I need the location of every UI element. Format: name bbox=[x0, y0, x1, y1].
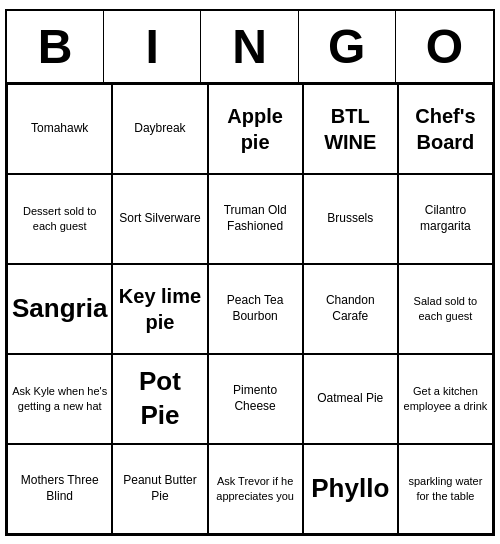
bingo-cell: sparkling water for the table bbox=[398, 444, 493, 534]
bingo-cell: BTL WINE bbox=[303, 84, 398, 174]
header-letter: B bbox=[7, 11, 104, 82]
bingo-cell: Pot Pie bbox=[112, 354, 207, 444]
bingo-cell: Sangria bbox=[7, 264, 112, 354]
bingo-cell: Mothers Three Blind bbox=[7, 444, 112, 534]
bingo-cell: Sort Silverware bbox=[112, 174, 207, 264]
bingo-cell: Brussels bbox=[303, 174, 398, 264]
bingo-cell: Get a kitchen employee a drink bbox=[398, 354, 493, 444]
bingo-cell: Salad sold to each guest bbox=[398, 264, 493, 354]
bingo-cell: Truman Old Fashioned bbox=[208, 174, 303, 264]
header-letter: N bbox=[201, 11, 298, 82]
bingo-cell: Chef's Board bbox=[398, 84, 493, 174]
bingo-cell: Oatmeal Pie bbox=[303, 354, 398, 444]
bingo-header: BINGO bbox=[7, 11, 493, 84]
bingo-cell: Ask Trevor if he appreciates you bbox=[208, 444, 303, 534]
bingo-cell: Tomahawk bbox=[7, 84, 112, 174]
bingo-card: BINGO TomahawkDaybreakApple pieBTL WINEC… bbox=[5, 9, 495, 536]
bingo-cell: Key lime pie bbox=[112, 264, 207, 354]
bingo-cell: Peanut Butter Pie bbox=[112, 444, 207, 534]
header-letter: I bbox=[104, 11, 201, 82]
bingo-cell: Cilantro margarita bbox=[398, 174, 493, 264]
bingo-cell: Dessert sold to each guest bbox=[7, 174, 112, 264]
bingo-cell: Phyllo bbox=[303, 444, 398, 534]
bingo-cell: Peach Tea Bourbon bbox=[208, 264, 303, 354]
header-letter: G bbox=[299, 11, 396, 82]
bingo-cell: Apple pie bbox=[208, 84, 303, 174]
bingo-grid: TomahawkDaybreakApple pieBTL WINEChef's … bbox=[7, 84, 493, 534]
bingo-cell: Pimento Cheese bbox=[208, 354, 303, 444]
header-letter: O bbox=[396, 11, 493, 82]
bingo-cell: Chandon Carafe bbox=[303, 264, 398, 354]
bingo-cell: Daybreak bbox=[112, 84, 207, 174]
bingo-cell: Ask Kyle when he's getting a new hat bbox=[7, 354, 112, 444]
